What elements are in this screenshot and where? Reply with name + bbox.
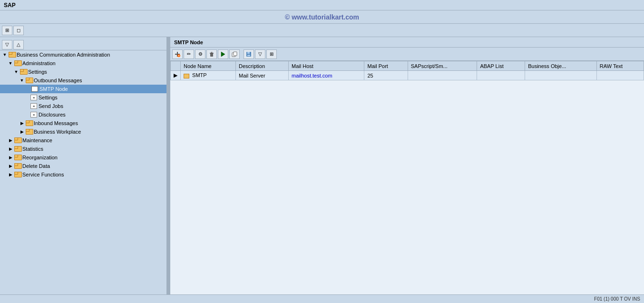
svg-rect-11: [234, 52, 237, 56]
tree-item-admin[interactable]: ▼ Administration: [0, 59, 166, 68]
cell-raw-text: [596, 71, 644, 80]
smtp-table: Node Name Description Mail Host Mail Por…: [170, 61, 644, 80]
folder-icon-service-func: [14, 172, 21, 177]
tree-label-admin: Administration: [22, 60, 56, 66]
tree-item-inbound[interactable]: ▶ Inbound Messages: [0, 119, 166, 127]
edit-button[interactable]: ✏: [184, 49, 194, 59]
svg-rect-14: [247, 55, 250, 56]
table-row[interactable]: ▶ SMTP Mail Server mailhost.test.com 25: [171, 71, 644, 80]
expand-biz-workplace[interactable]: ▶: [19, 129, 25, 135]
status-bar: F01 (1) 000 T OV INS: [0, 294, 644, 303]
tree-item-service-func[interactable]: ▶ Service Functions: [0, 170, 166, 179]
tree-label-statistics: Statistics: [22, 146, 43, 152]
cell-mail-port: 25: [364, 71, 408, 80]
cell-sapscript: [408, 71, 477, 80]
tree-label-biz-workplace: Business Workplace: [34, 129, 81, 135]
save-button[interactable]: [244, 49, 254, 59]
svg-rect-6: [210, 53, 214, 54]
table-container: Node Name Description Mail Host Mail Por…: [170, 61, 644, 294]
folder-icon-admin: [14, 60, 21, 66]
tree-item-bca[interactable]: ▼ Business Communication Administration: [0, 50, 166, 59]
svg-rect-5: [210, 53, 213, 57]
col-header-node-name: Node Name: [181, 61, 236, 71]
tree-label-settings: Settings: [28, 69, 47, 75]
tree-item-settings2[interactable]: ≡ Settings: [0, 93, 166, 102]
expand-outbound[interactable]: ▼: [19, 78, 25, 83]
expand-service-func[interactable]: ▶: [8, 172, 13, 177]
tree-label-send-jobs: Send Jobs: [39, 103, 63, 109]
execute-button[interactable]: [218, 49, 228, 59]
col-header-mail-host: Mail Host: [289, 61, 364, 71]
tree-item-delete-data[interactable]: ▶ Delete Data: [0, 162, 166, 170]
svg-marker-8: [221, 52, 225, 57]
folder-icon-inbound: [26, 120, 32, 126]
expand-all-button[interactable]: ▽: [2, 40, 12, 49]
watermark-text: © www.tutorialkart.com: [285, 13, 359, 21]
doc-icon-smtp: ≡: [31, 86, 38, 92]
expand-delete-data[interactable]: ▶: [8, 163, 13, 169]
col-header-mail-port: Mail Port: [364, 61, 408, 71]
tree-item-settings[interactable]: ▼ Settings: [0, 68, 166, 76]
expand-admin[interactable]: ▼: [8, 60, 13, 66]
folder-icon-outbound: [26, 78, 32, 83]
copy-button[interactable]: [229, 49, 240, 59]
row-expand[interactable]: ▶: [171, 71, 181, 80]
tree-item-statistics[interactable]: ▶ Statistics: [0, 145, 166, 153]
expand-bca[interactable]: ▼: [2, 52, 8, 58]
folder-icon-maintenance: [14, 137, 21, 143]
col-header-abap-list: ABAP List: [477, 61, 525, 71]
tree-label-settings2: Settings: [39, 95, 58, 100]
expand-reorg[interactable]: ▶: [8, 155, 13, 160]
col-header-raw-text: RAW Text: [596, 61, 644, 71]
left-panel: ▽ △ ▼ Business Communication Administrat…: [0, 37, 167, 294]
filter-button[interactable]: ▽: [255, 49, 265, 59]
tree-label-maintenance: Maintenance: [22, 137, 52, 143]
expand-inbound[interactable]: ▶: [19, 120, 25, 126]
config-button[interactable]: ⚙: [195, 49, 205, 59]
create-button[interactable]: [172, 49, 183, 59]
left-toolbar: ▽ △: [0, 39, 166, 50]
tree-item-send-jobs[interactable]: ≡ Send Jobs: [0, 102, 166, 110]
folder-icon-bca: [9, 52, 15, 58]
cell-abap-list: [477, 71, 525, 80]
tree-label-bca: Business Communication Administration: [17, 52, 110, 58]
col-header-description: Description: [235, 61, 288, 71]
doc-icon-disclosures: ≡: [30, 112, 37, 117]
main-layout: ▽ △ ▼ Business Communication Administrat…: [0, 37, 644, 294]
title-bar: SAP: [0, 0, 644, 10]
tree-item-outbound[interactable]: ▼ Outbound Messages: [0, 76, 166, 85]
table-header-row: Node Name Description Mail Host Mail Por…: [171, 61, 644, 71]
tree-item-reorg[interactable]: ▶ Reorganization: [0, 153, 166, 162]
right-panel-header: SMTP Node: [170, 37, 644, 48]
folder-icon-settings: [20, 69, 27, 75]
right-toolbar: ✏ ⚙ ▽ ⊞: [170, 48, 644, 61]
tree-item-biz-workplace[interactable]: ▶ Business Workplace: [0, 127, 166, 136]
folder-icon-statistics: [14, 146, 21, 152]
col-header-expand: [171, 61, 181, 71]
col-header-sapscript: SAPscript/Sm...: [408, 61, 477, 71]
tree-label-reorg: Reorganization: [22, 155, 58, 160]
layout-button[interactable]: ⊞: [266, 49, 277, 59]
tree-item-disclosures[interactable]: ≡ Disclosures: [0, 110, 166, 119]
app-title: SAP: [4, 2, 16, 9]
status-right: F01 (1) 000 T OV INS: [594, 296, 640, 302]
svg-rect-4: [179, 55, 179, 56]
tree-label-service-func: Service Functions: [22, 172, 64, 177]
watermark-bar: © www.tutorialkart.com: [0, 10, 644, 24]
grid-icon-btn[interactable]: ⊞: [2, 26, 12, 35]
tree-item-maintenance[interactable]: ▶ Maintenance: [0, 136, 166, 145]
expand-maintenance[interactable]: ▶: [8, 137, 13, 143]
right-panel: SMTP Node ✏ ⚙ ▽ ⊞: [170, 37, 644, 294]
expand-settings[interactable]: ▼: [13, 69, 19, 75]
smtp-node-name: SMTP: [192, 72, 207, 78]
delete-button[interactable]: [206, 49, 217, 59]
doc-icon-send-jobs: ≡: [30, 103, 37, 109]
tree-item-smtp-node[interactable]: ≡ SMTP Node: [0, 85, 166, 93]
collapse-all-button[interactable]: △: [13, 40, 24, 49]
cell-node-name: SMTP: [181, 71, 236, 80]
monitor-icon-btn[interactable]: ◻: [13, 26, 24, 35]
tree-label-outbound: Outbound Messages: [34, 78, 82, 83]
col-header-biz-obj: Business Obje...: [525, 61, 597, 71]
svg-rect-7: [211, 52, 213, 53]
expand-statistics[interactable]: ▶: [8, 146, 13, 152]
